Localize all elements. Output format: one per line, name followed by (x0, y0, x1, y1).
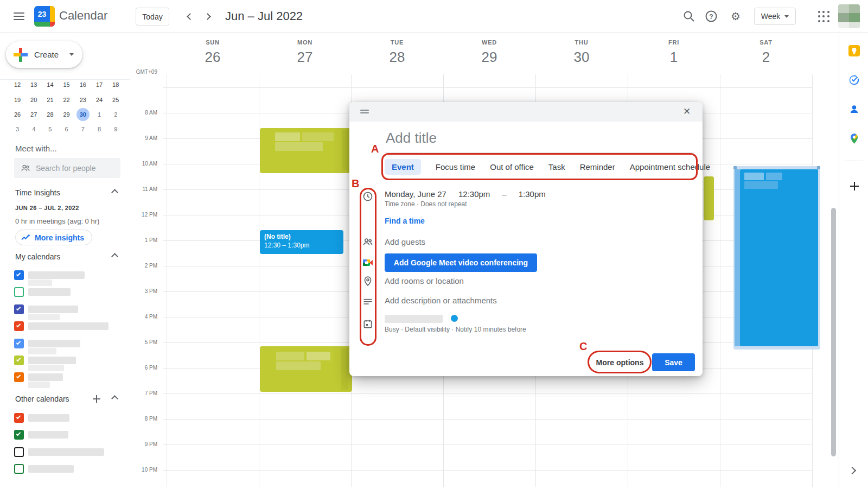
mini-calendar-day[interactable]: 25 (109, 93, 122, 106)
find-a-time-link[interactable]: Find a time (385, 217, 425, 225)
search-people-input[interactable] (36, 164, 112, 173)
mini-calendar-day[interactable]: 6 (60, 123, 73, 136)
mini-calendar-day[interactable]: 20 (27, 93, 40, 106)
add-guests-field[interactable]: Add guests (385, 237, 425, 246)
day-header-thu[interactable]: THU30 (535, 39, 628, 66)
mini-calendar-day[interactable]: 18 (109, 78, 122, 91)
google-tasks-icon[interactable] (848, 74, 860, 86)
tab-out-of-office[interactable]: Out of office (490, 162, 534, 172)
search-people-box[interactable] (14, 158, 120, 178)
get-add-ons-icon[interactable] (850, 182, 859, 190)
more-options-button[interactable]: More options (593, 353, 647, 371)
calendar-checkbox[interactable] (14, 447, 24, 457)
event-title-input[interactable] (385, 126, 694, 153)
mini-calendar-day[interactable]: 15 (60, 78, 73, 91)
event-date[interactable]: Monday, June 27 (385, 189, 446, 199)
collapse-my-calendars-icon[interactable] (111, 253, 118, 260)
event-start-time[interactable]: 12:30pm (458, 189, 490, 199)
mini-calendar-day[interactable]: 5 (43, 123, 56, 136)
today-button[interactable]: Today (136, 8, 169, 26)
day-header-fri[interactable]: FRI1 (628, 39, 720, 66)
mini-calendar-day[interactable]: 13 (27, 78, 40, 91)
settings-gear-icon[interactable]: ⚙ (729, 10, 742, 23)
profile-avatar[interactable] (838, 4, 860, 28)
calendar-checkbox[interactable] (14, 339, 24, 348)
collapse-other-calendars-icon[interactable] (111, 395, 118, 402)
mini-calendar-day[interactable]: 29 (60, 108, 73, 121)
tab-appointment-schedule[interactable]: Appointment schedule (630, 162, 710, 172)
mini-calendar-day[interactable]: 4 (27, 123, 40, 136)
google-contacts-icon[interactable] (848, 104, 860, 115)
my-calendar-row[interactable] (0, 268, 135, 283)
mini-calendar-day[interactable]: 12 (11, 78, 24, 91)
google-keep-icon[interactable] (848, 45, 860, 56)
close-icon[interactable]: ✕ (681, 106, 693, 118)
hide-side-panel-icon[interactable] (848, 467, 856, 474)
mini-calendar-day[interactable]: 17 (93, 78, 106, 91)
my-calendar-row[interactable] (0, 319, 135, 334)
collapse-time-insights-icon[interactable] (111, 189, 118, 196)
save-button[interactable]: Save (652, 353, 695, 371)
mini-calendar-day[interactable]: 3 (11, 123, 24, 136)
add-other-calendars-icon[interactable] (93, 395, 100, 403)
add-google-meet-button[interactable]: Add Google Meet video conferencing (385, 253, 537, 272)
calendar-checkbox[interactable] (14, 304, 24, 314)
add-description-field[interactable]: Add description or attachments (385, 296, 497, 305)
other-calendar-row[interactable] (0, 445, 135, 460)
mini-calendar-day[interactable]: 24 (93, 93, 106, 106)
mini-calendar-day[interactable]: 14 (43, 78, 56, 91)
calendar-checkbox[interactable] (14, 430, 24, 440)
my-calendar-row[interactable] (0, 285, 135, 300)
my-calendar-row[interactable] (0, 370, 135, 385)
calendar-checkbox[interactable] (14, 372, 24, 382)
help-icon[interactable]: ? (705, 10, 718, 23)
vertical-scrollbar[interactable] (831, 208, 836, 456)
mini-calendar-day[interactable]: 28 (43, 108, 56, 121)
calendar-checkbox[interactable] (14, 321, 24, 331)
event-end-time[interactable]: 1:30pm (519, 189, 546, 199)
calendar-checkbox[interactable] (14, 270, 24, 280)
mini-calendar-day[interactable]: 9 (109, 123, 122, 136)
my-calendar-row[interactable] (0, 353, 135, 369)
mini-calendar-day[interactable]: 16 (76, 78, 90, 91)
event-monday-evening-blurred[interactable] (260, 346, 352, 392)
mini-calendar-day[interactable]: 30 (76, 108, 90, 121)
drag-handle-icon[interactable] (360, 110, 369, 115)
mini-calendar-day[interactable]: 8 (93, 123, 106, 136)
calendar-checkbox[interactable] (14, 287, 24, 297)
add-rooms-location-field[interactable]: Add rooms or location (385, 276, 464, 285)
event-datetime-row[interactable]: Monday, June 27 12:30pm – 1:30pm (385, 189, 546, 199)
busy-visibility-row[interactable]: Busy · Default visibility · Notify 10 mi… (385, 326, 526, 333)
view-selector-dropdown[interactable]: Week (754, 8, 796, 25)
tab-reminder[interactable]: Reminder (580, 162, 615, 172)
google-apps-grid-icon[interactable] (818, 11, 829, 22)
mini-calendar-day[interactable]: 27 (27, 108, 40, 121)
hamburger-menu-icon[interactable] (12, 10, 25, 23)
day-header-sun[interactable]: SUN26 (167, 39, 259, 66)
mini-calendar-day[interactable]: 1 (93, 108, 106, 121)
calendar-checkbox[interactable] (14, 413, 24, 423)
calendar-name-blurred[interactable] (385, 315, 443, 323)
timezone-recurrence-row[interactable]: Time zone · Does not repeat (385, 200, 467, 208)
day-header-sat[interactable]: SAT2 (720, 39, 812, 66)
mini-calendar-day[interactable]: 23 (76, 93, 90, 106)
my-calendar-row[interactable] (0, 336, 135, 352)
other-calendar-row[interactable] (0, 411, 135, 426)
other-calendar-row[interactable] (0, 428, 135, 443)
previous-period-icon[interactable] (187, 13, 194, 20)
more-insights-button[interactable]: More insights (15, 230, 92, 245)
dialog-drag-bar[interactable]: ✕ (349, 102, 703, 122)
event-monday-morning-blurred[interactable] (260, 128, 352, 173)
next-period-icon[interactable] (204, 13, 211, 20)
day-header-tue[interactable]: TUE28 (351, 39, 443, 66)
event-saturday-selected[interactable] (733, 166, 820, 350)
mini-calendar-day[interactable]: 21 (43, 93, 56, 106)
mini-calendar-day[interactable]: 19 (11, 93, 24, 106)
create-button[interactable]: Create (6, 41, 82, 68)
tab-focus-time[interactable]: Focus time (436, 162, 475, 172)
day-header-wed[interactable]: WED29 (443, 39, 535, 66)
google-maps-icon[interactable] (848, 133, 860, 144)
day-header-mon[interactable]: MON27 (259, 39, 351, 66)
event-friday-blurred[interactable] (704, 176, 714, 220)
tab-task[interactable]: Task (548, 162, 565, 172)
